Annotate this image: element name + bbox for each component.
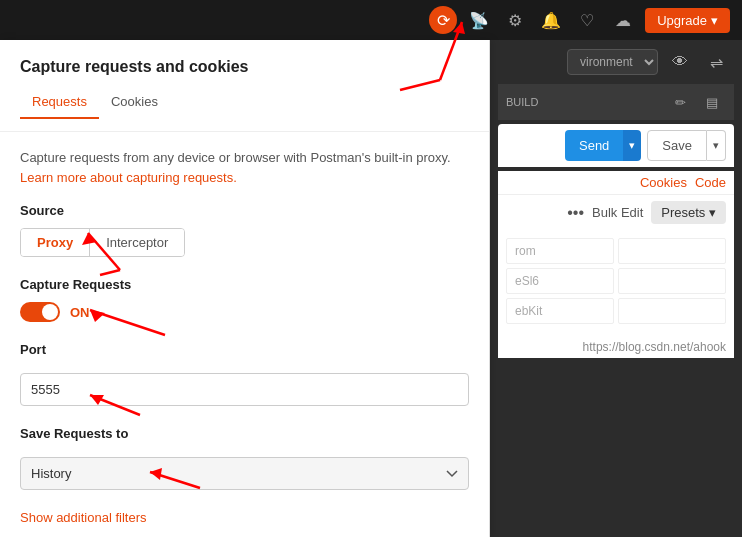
tab-requests[interactable]: Requests [20, 88, 99, 119]
toggle-row: ON [20, 302, 469, 322]
toggle-state-label: ON [70, 305, 90, 320]
description-text: Capture requests from any device or brow… [20, 148, 469, 187]
bell-icon[interactable]: 🔔 [537, 6, 565, 34]
save-requests-dropdown[interactable]: History [20, 457, 469, 490]
eye-icon-button[interactable]: 👁 [666, 48, 694, 76]
send-button-group: Send ▾ [565, 130, 641, 161]
save-button-group: Save ▾ [647, 130, 726, 161]
environment-select[interactable]: vironment [567, 49, 658, 75]
refresh-icon[interactable]: ⟳ [429, 6, 457, 34]
url-text: https://blog.csdn.net/ahook [583, 340, 726, 354]
capture-toggle[interactable] [20, 302, 60, 322]
param-key-cell: ebKit [506, 298, 614, 324]
capture-requests-label: Capture Requests [20, 277, 469, 292]
send-save-bar: Send ▾ Save ▾ [498, 124, 734, 167]
cookies-link[interactable]: Cookies [640, 175, 687, 190]
send-dropdown-button[interactable]: ▾ [623, 130, 641, 161]
port-section: Port [20, 342, 469, 406]
presets-chevron: ▾ [709, 205, 716, 220]
right-top-bar: vironment 👁 ⇌ [490, 40, 742, 84]
save-dropdown-button[interactable]: ▾ [707, 130, 726, 161]
params-toolbar: ••• Bulk Edit Presets ▾ [498, 194, 734, 230]
main-area: Capture requests and cookies Requests Co… [0, 40, 742, 537]
send-button[interactable]: Send [565, 130, 623, 161]
build-label: BUILD [506, 96, 538, 108]
upgrade-chevron: ▾ [711, 13, 718, 28]
code-link[interactable]: Code [695, 175, 726, 190]
show-filters-link[interactable]: Show additional filters [20, 510, 146, 525]
modal-header: Capture requests and cookies Requests Co… [0, 40, 489, 132]
save-section: Save Requests to History [20, 426, 469, 490]
topbar: ⟳ 📡 ⚙ 🔔 ♡ ☁ Upgrade ▾ [0, 0, 742, 40]
param-value-cell [618, 298, 726, 324]
capture-modal: Capture requests and cookies Requests Co… [0, 40, 490, 537]
bulk-edit-button[interactable]: Bulk Edit [592, 205, 643, 220]
param-value-cell [618, 268, 726, 294]
more-options-button[interactable]: ••• [567, 204, 584, 222]
upgrade-button[interactable]: Upgrade ▾ [645, 8, 730, 33]
list-icon-button[interactable]: ▤ [698, 88, 726, 116]
gear-icon[interactable]: ⚙ [501, 6, 529, 34]
tabs-container: Requests Cookies [20, 88, 469, 119]
heart-icon[interactable]: ♡ [573, 6, 601, 34]
source-label: Source [20, 203, 469, 218]
edit-icon-button[interactable]: ✏ [666, 88, 694, 116]
interceptor-button[interactable]: Interceptor [90, 229, 184, 256]
source-buttons-group: Proxy Interceptor [20, 228, 185, 257]
param-value-cell [618, 238, 726, 264]
param-key-cell: rom [506, 238, 614, 264]
table-row: ebKit [506, 298, 726, 324]
port-input[interactable] [20, 373, 469, 406]
modal-title: Capture requests and cookies [20, 58, 469, 76]
table-row: eSl6 [506, 268, 726, 294]
param-key-cell: eSl6 [506, 268, 614, 294]
tab-cookies[interactable]: Cookies [99, 88, 170, 119]
right-panel: vironment 👁 ⇌ BUILD ✏ ▤ Send ▾ Save ▾ [490, 40, 742, 537]
cookies-code-bar: Cookies Code [498, 171, 734, 194]
sliders-icon-button[interactable]: ⇌ [702, 48, 730, 76]
param-rows: rom eSl6 ebKit [498, 230, 734, 336]
presets-button[interactable]: Presets ▾ [651, 201, 726, 224]
modal-body: Capture requests from any device or brow… [0, 132, 489, 537]
upgrade-label: Upgrade [657, 13, 707, 28]
table-row: rom [506, 238, 726, 264]
save-label: Save Requests to [20, 426, 469, 441]
url-display-bar: https://blog.csdn.net/ahook [498, 336, 734, 358]
cloud-icon[interactable]: ☁ [609, 6, 637, 34]
learn-more-link[interactable]: Learn more about capturing requests. [20, 170, 237, 185]
satellite-icon[interactable]: 📡 [465, 6, 493, 34]
build-bar: BUILD ✏ ▤ [498, 84, 734, 120]
proxy-button[interactable]: Proxy [21, 229, 90, 256]
save-button[interactable]: Save [647, 130, 707, 161]
port-label: Port [20, 342, 469, 357]
